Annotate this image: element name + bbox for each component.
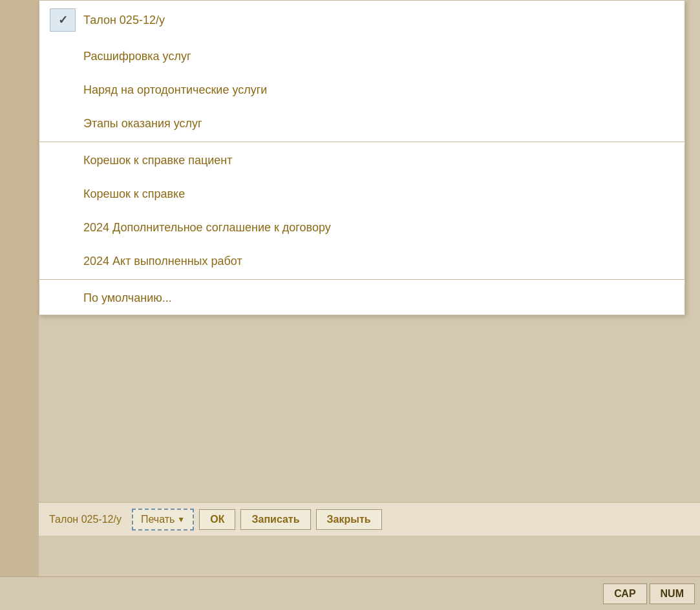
dropdown-item-naryad[interactable]: Наряд на ортодонтические услуги [39, 73, 684, 107]
dropdown-item-label-rasshifrovka: Расшифровка услуг [83, 50, 191, 63]
dropdown-menu: ✓Талон 025-12/уРасшифровка услугНаряд на… [39, 0, 685, 315]
ok-button[interactable]: ОК [199, 509, 235, 530]
dropdown-item-rasshifrovka[interactable]: Расшифровка услуг [39, 39, 684, 73]
dropdown-item-label-koreshok-patient: Корешок к справке пациент [83, 154, 232, 167]
statusbar: САР NUM [0, 576, 700, 610]
dropdown-item-koreshok-patient[interactable]: Корешок к справке пациент [39, 143, 684, 177]
dropdown-item-label-dop-soglashenie: 2024 Дополнительное соглашение к договор… [83, 221, 331, 235]
num-indicator: NUM [650, 584, 695, 604]
save-button[interactable]: Записать [240, 509, 310, 530]
dropdown-item-label-naryad: Наряд на ортодонтические услуги [83, 83, 267, 97]
print-dropdown-arrow: ▼ [177, 515, 185, 524]
toolbar-talon-label: Талон 025-12/у [49, 514, 122, 525]
dropdown-item-label-etapy: Этапы оказания услуг [83, 117, 202, 131]
dropdown-item-label-akt: 2024 Акт выполненных работ [83, 255, 242, 268]
dropdown-item-po-umolchaniyu[interactable]: По умолчанию... [39, 281, 684, 315]
dropdown-item-akt[interactable]: 2024 Акт выполненных работ [39, 244, 684, 278]
dropdown-item-label-talon: Талон 025-12/у [83, 14, 165, 27]
check-mark-icon: ✓ [58, 13, 68, 27]
dropdown-item-dop-soglashenie[interactable]: 2024 Дополнительное соглашение к договор… [39, 211, 684, 244]
dropdown-item-etapy[interactable]: Этапы оказания услуг [39, 107, 684, 140]
dropdown-separator [39, 142, 684, 142]
print-label: Печать [141, 514, 175, 525]
cap-indicator: САР [603, 584, 646, 604]
left-sidebar [0, 0, 39, 576]
dropdown-item-talon[interactable]: ✓Талон 025-12/у [39, 1, 684, 39]
close-button[interactable]: Закрыть [316, 509, 382, 530]
dropdown-item-label-koreshok: Корешок к справке [83, 187, 185, 201]
check-area-talon: ✓ [50, 8, 76, 32]
bottom-toolbar: Талон 025-12/у Печать ▼ ОК Записать Закр… [39, 502, 700, 536]
dropdown-item-koreshok[interactable]: Корешок к справке [39, 177, 684, 211]
dropdown-item-label-po-umolchaniyu: По умолчанию... [83, 291, 172, 305]
print-button[interactable]: Печать ▼ [132, 509, 194, 531]
dropdown-separator [39, 279, 684, 280]
